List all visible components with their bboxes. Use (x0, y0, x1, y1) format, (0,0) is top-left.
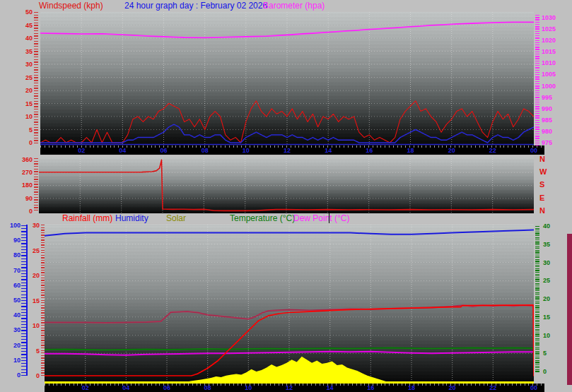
hour-label: 16 (362, 147, 376, 154)
tick-label: 100 (1, 222, 21, 229)
tick-label: 180 (11, 182, 33, 189)
tick-label: 1015 (542, 48, 566, 55)
temperature-humidity-rain-chart (45, 225, 534, 384)
tick-label: 30 (24, 222, 40, 229)
tick-label: 20 (24, 272, 40, 279)
hour-label: 08 (198, 147, 212, 154)
tick-label: 975 (542, 139, 566, 146)
windspeed-barometer-plot (40, 12, 534, 145)
tick-label: 360 (11, 156, 33, 163)
tick-label: 980 (542, 128, 566, 135)
tick-label: 60 (1, 282, 21, 289)
legend-item: Temperature (°C) (230, 213, 295, 223)
tick-label: 40 (1, 311, 21, 319)
hour-label: 12 (280, 147, 294, 154)
tick-label: 10 (543, 332, 564, 339)
tick-label: 30 (543, 259, 564, 266)
text-cursor-line (329, 211, 329, 223)
tick-label: 30 (11, 61, 33, 68)
tick-label: 80 (1, 251, 21, 259)
barometer-axis-title: Barometer (hpa) (263, 1, 325, 11)
tick-label: 10 (1, 357, 21, 364)
wind-direction-chart (39, 157, 534, 213)
tick-label: 90 (11, 195, 33, 202)
barometer-minor-ticks (535, 15, 539, 145)
tick-label: 0 (24, 372, 40, 379)
legend-item: Rainfall (mm) (62, 213, 112, 223)
hour-label: 22 (486, 384, 500, 391)
tick-label: 270 (11, 169, 33, 176)
hour-label: 02 (78, 384, 93, 391)
tick-label: E (539, 194, 554, 201)
tick-label: 35 (543, 241, 564, 248)
tick-label: 0 (11, 208, 33, 215)
tick-label: 990 (542, 105, 566, 112)
temp-axis-minor-ticks (535, 226, 539, 373)
hour-label: 08 (201, 384, 215, 391)
tick-label: 15 (24, 297, 40, 304)
windspeed-minor-ticks (34, 12, 38, 145)
tick-label: 45 (11, 22, 33, 29)
tick-label: 5 (543, 350, 564, 357)
windspeed-axis-title: Windspeed (kph) (39, 1, 103, 11)
tick-label: 5 (11, 126, 33, 133)
hour-label: 20 (445, 384, 460, 391)
hour-label: 06 (160, 384, 174, 391)
tick-label: 25 (543, 277, 564, 284)
tick-label: 50 (11, 8, 33, 16)
tick-label: 30 (1, 326, 21, 333)
tick-label: 5 (24, 348, 40, 355)
tick-label: 70 (1, 267, 21, 274)
hour-label: 04 (115, 147, 129, 154)
tick-label: 15 (11, 100, 33, 107)
hour-label: 18 (403, 147, 417, 154)
tick-label: 10 (24, 322, 40, 329)
hour-label: 06 (156, 147, 170, 154)
tick-label: S (539, 181, 554, 188)
legend-item: Dew Point (°C) (293, 213, 349, 223)
wind-direction-plot (39, 157, 534, 213)
tick-label: 40 (543, 222, 564, 230)
rain-axis-minor-ticks (41, 225, 45, 376)
tick-label: 1030 (542, 14, 566, 21)
tick-label: N (539, 155, 554, 162)
tick-label: 25 (24, 247, 40, 254)
weather-24h-graph-window: Windspeed (kph) 24 hour graph day : Febr… (0, 0, 572, 392)
tick-label: 1000 (542, 83, 566, 90)
tick-label: 90 (1, 237, 21, 244)
tick-label: 1010 (542, 59, 566, 66)
hour-label: 16 (363, 384, 378, 391)
tick-label: 0 (11, 139, 33, 146)
hour-label: 18 (404, 384, 419, 391)
right-edge-maroon-bar (567, 234, 572, 385)
temperature-humidity-rain-plot (45, 225, 534, 384)
hour-label: 20 (445, 147, 459, 154)
page-title: 24 hour graph day : February 02 2026 (124, 1, 267, 11)
hour-label: 22 (486, 147, 500, 154)
hour-label: 00 (527, 147, 541, 154)
hour-label: 10 (239, 147, 253, 154)
tick-label: 20 (11, 87, 33, 94)
tick-label: 1025 (542, 25, 566, 32)
hour-label: 12 (282, 384, 296, 391)
tick-label: 50 (1, 297, 21, 304)
tick-label: N (539, 207, 554, 214)
hour-label: 00 (527, 384, 541, 391)
tick-label: 40 (11, 35, 33, 42)
hour-label: 14 (323, 384, 337, 391)
legend-item: Solar (166, 213, 186, 223)
direction-minor-ticks (34, 158, 38, 213)
tick-label: 0 (1, 372, 21, 379)
tick-label: 15 (543, 314, 564, 321)
windspeed-barometer-chart (40, 12, 534, 145)
tick-label: 0 (543, 368, 564, 375)
tick-label: 985 (542, 117, 566, 124)
hour-label: 04 (119, 384, 133, 391)
legend-item: Humidity (115, 213, 148, 223)
tick-label: 995 (542, 94, 566, 101)
tick-label: 35 (11, 48, 33, 55)
tick-label: 20 (1, 342, 21, 349)
hour-label: 10 (241, 384, 255, 391)
tick-label: 1005 (542, 71, 566, 78)
tick-label: 20 (543, 295, 564, 302)
